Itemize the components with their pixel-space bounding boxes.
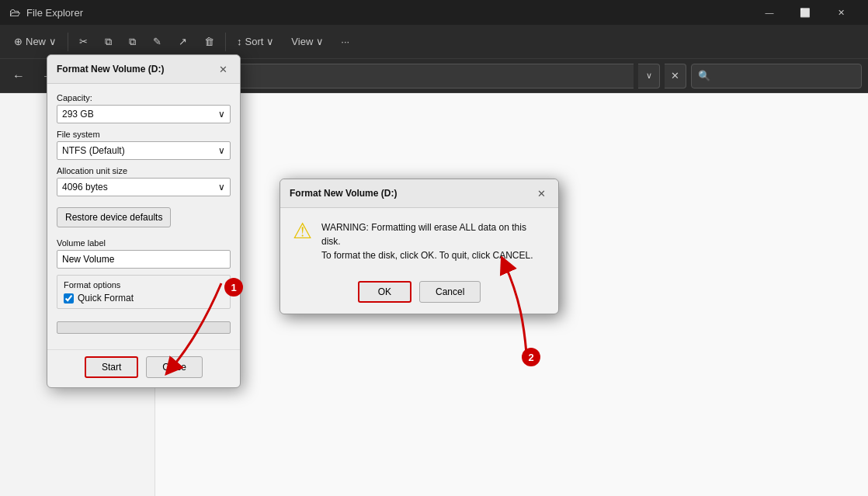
- app-title: File Explorer: [26, 7, 745, 19]
- close-dialog-button[interactable]: Close: [146, 356, 203, 378]
- cancel-button[interactable]: Cancel: [419, 281, 481, 303]
- close-button[interactable]: ✕: [823, 0, 859, 25]
- copy-icon: ⧉: [105, 36, 112, 48]
- view-dropdown-icon: ∨: [316, 36, 324, 47]
- format-options-group: Format options Quick Format: [57, 275, 231, 309]
- format-dialog-title: Format New Volume (D:): [57, 64, 164, 75]
- cut-icon: ✂: [79, 36, 88, 47]
- capacity-dropdown[interactable]: 293 GB ∨: [57, 105, 231, 123]
- start-button[interactable]: Start: [85, 356, 138, 378]
- format-dialog-close-icon[interactable]: ✕: [215, 61, 231, 77]
- toolbar-separator-2: [225, 33, 226, 51]
- back-button[interactable]: ←: [6, 64, 31, 88]
- app-icon: 🗁: [9, 6, 20, 19]
- address-close-button[interactable]: ✕: [665, 64, 686, 88]
- rename-icon: ✎: [153, 36, 161, 47]
- restore-defaults-button[interactable]: Restore device defaults: [57, 207, 171, 227]
- more-button[interactable]: ···: [333, 31, 357, 52]
- filesystem-value: NTFS (Default): [62, 145, 125, 156]
- minimize-button[interactable]: —: [752, 0, 787, 25]
- address-dropdown-button[interactable]: ∨: [638, 64, 660, 88]
- warning-icon: ⚠: [293, 220, 312, 242]
- paste-button[interactable]: ⧉: [121, 31, 144, 53]
- progress-bar: [57, 321, 231, 334]
- volume-label-input[interactable]: [57, 250, 231, 269]
- annotation-2: 2: [522, 348, 540, 366]
- sort-dropdown-icon: ∨: [266, 36, 274, 47]
- volume-label-heading: Volume label: [57, 238, 231, 248]
- search-icon: 🔍: [698, 70, 710, 82]
- paste-icon: ⧉: [129, 36, 136, 48]
- annotation-1: 1: [224, 278, 243, 297]
- copy-button[interactable]: ⧉: [97, 31, 120, 53]
- more-icon: ···: [341, 36, 349, 47]
- sort-label: Sort: [245, 36, 264, 47]
- capacity-dropdown-icon: ∨: [218, 109, 225, 120]
- format-dialog: Format New Volume (D:) ✕ Capacity: 293 G…: [47, 54, 241, 388]
- filesystem-label: File system: [57, 130, 231, 139]
- allocation-value: 4096 bytes: [62, 182, 108, 193]
- view-label: View: [291, 36, 313, 47]
- capacity-label: Capacity:: [57, 93, 231, 102]
- allocation-label: Allocation unit size: [57, 166, 231, 175]
- new-label: New: [26, 36, 46, 47]
- search-box[interactable]: 🔍: [691, 64, 862, 88]
- filesystem-dropdown-icon: ∨: [218, 145, 225, 156]
- sort-icon: ↕: [237, 36, 242, 47]
- format-dialog-footer: Start Close: [47, 349, 240, 387]
- warning-dialog-close-icon[interactable]: ✕: [533, 186, 549, 201]
- new-dropdown-icon: ∨: [49, 36, 57, 47]
- allocation-dropdown-icon: ∨: [218, 182, 225, 193]
- quick-format-label: Quick Format: [78, 293, 134, 303]
- quick-format-row: Quick Format: [64, 293, 224, 303]
- maximize-button[interactable]: ⬜: [787, 0, 823, 25]
- warning-text: WARNING: Formatting will erase ALL data …: [321, 220, 546, 262]
- new-button[interactable]: ⊕ New ∨: [6, 31, 64, 52]
- delete-button[interactable]: 🗑: [196, 31, 222, 52]
- filesystem-dropdown[interactable]: NTFS (Default) ∨: [57, 141, 231, 160]
- quick-format-checkbox[interactable]: [64, 293, 74, 303]
- plus-icon: ⊕: [14, 36, 23, 47]
- format-dialog-body: Capacity: 293 GB ∨ File system NTFS (Def…: [47, 84, 240, 343]
- warning-dialog: Format New Volume (D:) ✕ ⚠ WARNING: Form…: [279, 179, 559, 314]
- capacity-value: 293 GB: [62, 109, 94, 120]
- rename-button[interactable]: ✎: [145, 31, 169, 52]
- warning-dialog-titlebar: Format New Volume (D:) ✕: [280, 179, 558, 208]
- share-button[interactable]: ↗: [171, 31, 195, 52]
- share-icon: ↗: [179, 36, 187, 47]
- ok-button[interactable]: OK: [358, 281, 411, 303]
- view-button[interactable]: View ∨: [283, 31, 332, 52]
- delete-icon: 🗑: [204, 36, 214, 47]
- allocation-dropdown[interactable]: 4096 bytes ∨: [57, 178, 231, 196]
- warning-dialog-footer: OK Cancel: [280, 275, 558, 314]
- sort-button[interactable]: ↕ Sort ∨: [229, 31, 282, 52]
- titlebar-controls: — ⬜ ✕: [752, 0, 859, 25]
- format-dialog-titlebar: Format New Volume (D:) ✕: [47, 55, 240, 84]
- warning-dialog-title: Format New Volume (D:): [290, 188, 397, 199]
- titlebar: 🗁 File Explorer — ⬜ ✕: [0, 0, 868, 25]
- toolbar-separator: [68, 33, 68, 51]
- format-options-legend: Format options: [64, 280, 224, 290]
- warning-dialog-body: ⚠ WARNING: Formatting will erase ALL dat…: [280, 208, 558, 275]
- cut-button[interactable]: ✂: [71, 31, 95, 52]
